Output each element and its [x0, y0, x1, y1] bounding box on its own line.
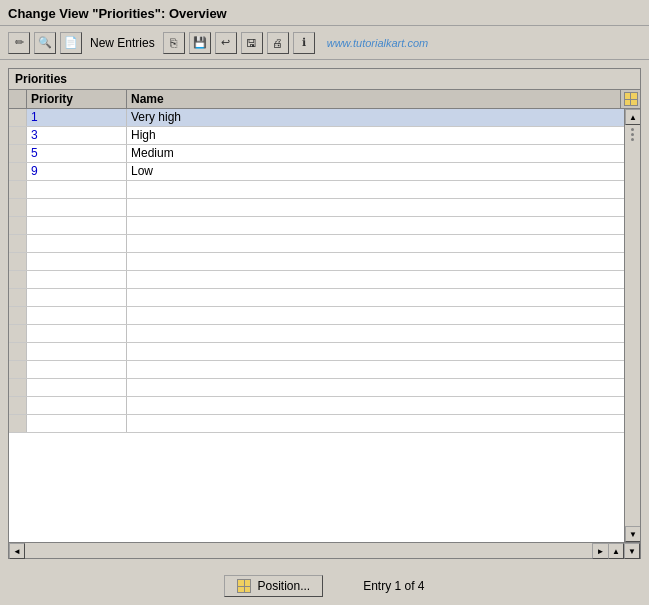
main-window: Change View "Priorities": Overview ✏ 🔍 📄…: [0, 0, 649, 605]
copy-btn[interactable]: ⎘: [163, 32, 185, 54]
row-name: Medium: [127, 145, 624, 162]
table-row-empty: [9, 379, 624, 397]
scroll-track[interactable]: [625, 125, 640, 526]
pencil-icon-btn[interactable]: ✏: [8, 32, 30, 54]
page-title: Change View "Priorities": Overview: [8, 6, 227, 21]
table-row[interactable]: 3 High: [9, 127, 624, 145]
table-row-empty: [9, 217, 624, 235]
toolbar: ✏ 🔍 📄 New Entries ⎘ 💾 ↩ 🖫 🖨 ℹ www.tu: [0, 26, 649, 60]
row-name: High: [127, 127, 624, 144]
status-bar: Position... Entry 1 of 4: [0, 567, 649, 605]
info-btn[interactable]: ℹ: [293, 32, 315, 54]
undo-btn[interactable]: ↩: [215, 32, 237, 54]
table-rows-area: 1 Very high 3 High 5 Medium: [9, 109, 624, 542]
position-icon: [237, 579, 251, 593]
table-row-empty: [9, 397, 624, 415]
grid-icon: [624, 92, 638, 106]
watermark-text: www.tutorialkart.com: [327, 37, 428, 49]
new-entries-icon-btn[interactable]: 📄: [60, 32, 82, 54]
row-selector: [9, 127, 27, 144]
vscroll-extra-down-btn[interactable]: ▼: [624, 543, 640, 559]
priorities-table: Priorities Priority Name: [8, 68, 641, 559]
table-row-empty: [9, 271, 624, 289]
row-name: Very high: [127, 109, 624, 126]
print-icon: 🖨: [272, 37, 283, 49]
pencil-icon: ✏: [15, 36, 24, 49]
row-priority: 1: [27, 109, 127, 126]
print-btn[interactable]: 🖨: [267, 32, 289, 54]
new-entries-icon: 📄: [64, 36, 78, 49]
table-header: Priority Name: [9, 90, 640, 109]
row-priority: 5: [27, 145, 127, 162]
row-selector: [9, 109, 27, 126]
hscroll-right-area: ► ▲ ▼: [592, 543, 640, 558]
save-btn[interactable]: 💾: [189, 32, 211, 54]
table-row[interactable]: 9 Low: [9, 163, 624, 181]
header-name-col: Name: [127, 90, 620, 108]
position-label: Position...: [257, 579, 310, 593]
refresh-icon: 🖫: [246, 37, 257, 49]
row-name: Low: [127, 163, 624, 180]
scroll-up-btn[interactable]: ▲: [625, 109, 640, 125]
position-button[interactable]: Position...: [224, 575, 323, 597]
table-row-empty: [9, 343, 624, 361]
table-row-empty: [9, 181, 624, 199]
main-content: Priorities Priority Name: [0, 60, 649, 567]
table-row-empty: [9, 415, 624, 433]
header-grid-icon-col: [620, 90, 640, 108]
table-row-empty: [9, 289, 624, 307]
row-priority: 9: [27, 163, 127, 180]
view-btn[interactable]: 🔍: [34, 32, 56, 54]
entry-info: Entry 1 of 4: [363, 579, 424, 593]
info-icon: ℹ: [302, 36, 306, 49]
row-priority: 3: [27, 127, 127, 144]
save-icon: 💾: [193, 36, 207, 49]
scroll-thumb: [625, 125, 640, 144]
row-selector: [9, 145, 27, 162]
table-row[interactable]: 5 Medium: [9, 145, 624, 163]
refresh-btn[interactable]: 🖫: [241, 32, 263, 54]
table-bottom-scrollbars: ◄ ► ▲ ▼: [9, 542, 640, 558]
table-row-empty: [9, 325, 624, 343]
hscroll-track[interactable]: [25, 543, 592, 558]
row-selector: [9, 163, 27, 180]
header-priority-col: Priority: [27, 90, 127, 108]
hscroll-right-btn[interactable]: ►: [592, 543, 608, 559]
copy-icon: ⎘: [170, 36, 177, 50]
table-title: Priorities: [9, 69, 640, 90]
table-row[interactable]: 1 Very high: [9, 109, 624, 127]
vertical-scrollbar[interactable]: ▲ ▼: [624, 109, 640, 542]
table-row-empty: [9, 361, 624, 379]
glasses-icon: 🔍: [38, 36, 52, 49]
title-bar: Change View "Priorities": Overview: [0, 0, 649, 26]
table-row-empty: [9, 199, 624, 217]
undo-icon: ↩: [221, 36, 230, 49]
table-row-empty: [9, 307, 624, 325]
table-row-empty: [9, 253, 624, 271]
new-entries-label[interactable]: New Entries: [90, 36, 155, 50]
scroll-down-btn[interactable]: ▼: [625, 526, 640, 542]
vscroll-extra-up-btn[interactable]: ▲: [608, 543, 624, 559]
header-selector-col: [9, 90, 27, 108]
table-row-empty: [9, 235, 624, 253]
hscroll-left-btn[interactable]: ◄: [9, 543, 25, 559]
table-body: 1 Very high 3 High 5 Medium: [9, 109, 640, 542]
